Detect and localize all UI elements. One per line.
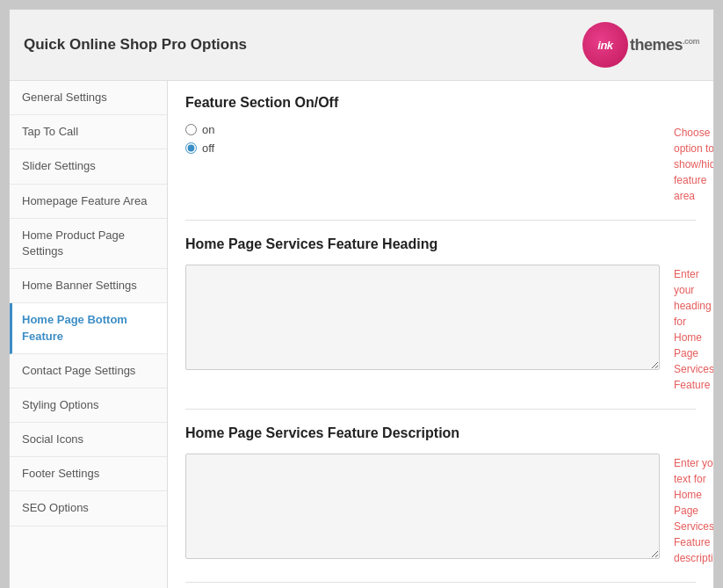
radio-on-text: on bbox=[202, 123, 214, 136]
sidebar-item-social-icons[interactable]: Social Icons bbox=[10, 423, 167, 457]
feature-onoff-control: on off bbox=[185, 123, 660, 155]
feature-onoff-hint: Choose option to show/hide feature area bbox=[660, 123, 714, 204]
sidebar-item-home-banner-settings[interactable]: Home Banner Settings bbox=[10, 269, 167, 303]
feature-heading-title: Home Page Services Feature Heading bbox=[185, 236, 696, 252]
panel-title: Quick Online Shop Pro Options bbox=[24, 36, 247, 54]
sidebar-item-tap-to-call[interactable]: Tap To Call bbox=[10, 115, 167, 149]
sidebar-item-seo-options[interactable]: SEO Options bbox=[10, 491, 167, 526]
panel-body: General Settings Tap To Call Slider Sett… bbox=[10, 81, 713, 588]
radio-off-label[interactable]: off bbox=[185, 142, 660, 155]
sidebar-item-general-settings[interactable]: General Settings bbox=[10, 81, 167, 115]
main-panel: Quick Online Shop Pro Options ink themes… bbox=[9, 9, 714, 588]
feature-onoff-title: Feature Section On/Off bbox=[185, 95, 696, 111]
feature-description-section: Home Page Services Feature Description E… bbox=[185, 425, 696, 583]
sidebar: General Settings Tap To Call Slider Sett… bbox=[10, 81, 168, 588]
feature-description-textarea[interactable] bbox=[185, 454, 660, 559]
logo: ink themes.com bbox=[582, 22, 699, 68]
sidebar-item-home-page-bottom-feature[interactable]: Home Page Bottom Feature bbox=[10, 303, 167, 353]
feature-description-control bbox=[185, 454, 660, 562]
sidebar-item-footer-settings[interactable]: Footer Settings bbox=[10, 457, 167, 491]
feature-heading-section: Home Page Services Feature Heading Enter… bbox=[185, 236, 696, 410]
outer-wrapper: Quick Online Shop Pro Options ink themes… bbox=[0, 0, 723, 588]
panel-header: Quick Online Shop Pro Options ink themes… bbox=[10, 10, 713, 81]
main-content: Feature Section On/Off on off bbox=[168, 81, 713, 588]
sidebar-item-home-product-page-settings[interactable]: Home Product Page Settings bbox=[10, 219, 167, 269]
feature-onoff-section: Feature Section On/Off on off bbox=[185, 95, 696, 221]
feature-description-hint: Enter your text for Home Page Services F… bbox=[660, 454, 714, 566]
sidebar-item-styling-options[interactable]: Styling Options bbox=[10, 388, 167, 423]
radio-on[interactable] bbox=[185, 124, 197, 135]
feature-description-row: Enter your text for Home Page Services F… bbox=[185, 454, 696, 566]
logo-ink-text: ink bbox=[597, 39, 612, 52]
sidebar-item-contact-page-settings[interactable]: Contact Page Settings bbox=[10, 354, 167, 388]
radio-off[interactable] bbox=[185, 142, 197, 154]
logo-themes-text: themes.com bbox=[630, 36, 699, 54]
feature-description-title: Home Page Services Feature Description bbox=[185, 425, 696, 441]
feature-onoff-row: on off Choose option to show/hide featur… bbox=[185, 123, 696, 204]
sidebar-item-slider-settings[interactable]: Slider Settings bbox=[10, 149, 167, 184]
sidebar-item-homepage-feature-area[interactable]: Homepage Feature Area bbox=[10, 185, 167, 219]
radio-off-text: off bbox=[202, 142, 214, 155]
feature-heading-hint: Enter your heading for Home Page Service… bbox=[660, 265, 714, 393]
feature-heading-row: Enter your heading for Home Page Service… bbox=[185, 265, 696, 393]
feature-heading-control bbox=[185, 265, 660, 373]
feature-onoff-radio-group: on off bbox=[185, 123, 660, 155]
feature-heading-textarea[interactable] bbox=[185, 265, 660, 370]
radio-on-label[interactable]: on bbox=[185, 123, 660, 136]
logo-circle: ink bbox=[582, 22, 628, 68]
